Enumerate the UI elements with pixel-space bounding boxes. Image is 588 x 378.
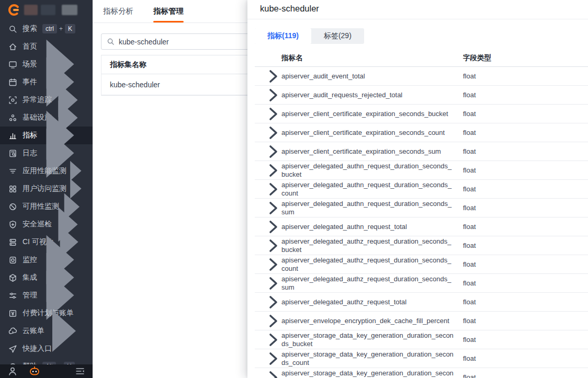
expand-chevron-icon[interactable] [265,87,281,104]
page-tab[interactable]: 指标分析 [103,0,133,22]
col-metric-name: 指标名 [281,53,463,63]
metric-name: apiserver_storage_data_key_generation_du… [281,369,463,378]
shortcut-key: K [65,24,75,33]
cloud-bill-icon [8,327,17,336]
field-type: float [463,110,588,118]
collapse-sidebar-icon[interactable] [75,366,85,376]
expand-chevron-icon[interactable] [265,350,281,367]
expand-chevron-icon[interactable] [265,331,281,348]
sidebar-nav: 搜索 ctrl + K 首页 场景 [0,20,93,375]
sidebar-item[interactable]: 管理 [0,287,93,304]
metric-name: apiserver_client_certificate_expiration_… [281,110,463,118]
sidebar-item-label: 安全巡检 [22,220,52,229]
security-icon [8,220,17,229]
table-row: apiserver_delegated_authn_request_durati… [255,199,588,217]
search-icon [8,25,17,33]
sidebar-item-label: 日志 [22,148,37,158]
page-tab[interactable]: 指标管理 [153,0,184,22]
metric-name: apiserver_storage_data_key_generation_du… [281,350,463,367]
drawer-tab[interactable]: 标签(29) [311,28,364,44]
table-row: apiserver_delegated_authz_request_total … [255,293,588,312]
field-type: float [463,317,588,325]
integration-icon [8,273,17,282]
metric-name: apiserver_delegated_authn_request_durati… [281,200,463,216]
metric-name: apiserver_delegated_authz_request_durati… [281,275,463,292]
table-row: apiserver_envelope_encryption_dek_cache_… [255,312,588,330]
metric-name: apiserver_storage_data_key_generation_du… [281,331,463,348]
expand-chevron-icon[interactable] [265,143,281,160]
metric-name: apiserver_envelope_encryption_dek_cache_… [281,317,463,325]
drawer-tabs: 指标(119) 标签(29) [255,28,364,44]
table-row: apiserver_delegated_authz_request_durati… [255,274,588,293]
shortcut-plus: + [59,25,63,32]
user-icon[interactable] [7,366,18,376]
billing-icon [8,309,17,318]
sidebar-item-label: 管理 [22,291,37,300]
metrics-table: 指标名 字段类型 apiserver_audit_event_total flo… [255,49,588,378]
logs-icon [8,149,17,158]
col-field-type: 字段类型 [463,53,588,63]
page-tab-label: 指标分析 [103,6,133,16]
metrics-icon [8,131,17,140]
shortcut-hint: ctrl + K [42,24,75,33]
ci-icon [8,238,17,247]
expand-chevron-icon[interactable] [265,124,281,141]
sidebar-item[interactable]: 云账单 [0,322,93,340]
field-type: float [463,185,588,193]
search-icon [107,38,115,45]
field-type: float [463,204,588,212]
sidebar-item-label: 场景 [22,60,37,69]
sidebar-item-label: 应用性能监测 [22,166,66,176]
expand-chevron-icon[interactable] [265,162,281,179]
metric-name: apiserver_delegated_authz_request_total [281,298,463,306]
expand-chevron-icon[interactable] [265,106,281,122]
robot-assistant-icon[interactable] [29,366,40,376]
expand-chevron-icon[interactable] [265,219,281,235]
metric-name: apiserver_audit_event_total [281,72,463,81]
infrastructure-icon [8,113,17,122]
table-row: apiserver_delegated_authz_request_durati… [255,236,588,255]
sidebar-footer [0,364,93,378]
expand-chevron-icon[interactable] [265,275,281,292]
expand-chevron-icon[interactable] [265,369,281,378]
sidebar-item-label: 首页 [22,42,37,51]
table-row: apiserver_audit_event_total float [255,67,588,86]
drawer-title: kube-scheduler [247,0,588,19]
rum-icon [8,185,17,193]
drawer-tab-label: 标签(29) [324,31,352,41]
logo-text-redacted [41,5,55,15]
metric-name: apiserver_delegated_authn_request_durati… [281,162,463,179]
shortcut-key: ctrl [42,24,57,33]
metric-name: apiserver_delegated_authn_request_durati… [281,181,463,198]
expand-chevron-icon[interactable] [265,68,281,85]
sidebar-item-label: 异常追踪 [22,95,52,105]
field-type: float [463,147,588,156]
metrics-table-header: 指标名 字段类型 [255,49,588,67]
field-type: float [463,166,588,175]
field-type: float [463,91,588,99]
sidebar-item-label: 指标 [22,131,37,140]
metric-set-name: kube-scheduler [110,81,160,89]
table-row: apiserver_delegated_authn_request_durati… [255,180,588,199]
logo-row [0,0,93,20]
metric-detail-drawer: kube-scheduler 指标(119) 标签(29) 指标名 字段类型 [247,0,588,378]
field-type: float [463,354,588,363]
expand-chevron-icon[interactable] [265,256,281,273]
sidebar-item-label: 集成 [22,273,37,282]
metric-name: apiserver_client_certificate_expiration_… [281,129,463,137]
field-type: float [463,279,588,288]
expand-chevron-icon[interactable] [265,181,281,198]
metric-name: apiserver_audit_requests_rejected_total [281,91,463,99]
expand-chevron-icon[interactable] [265,237,281,254]
expand-chevron-icon[interactable] [265,294,281,311]
drawer-tab[interactable]: 指标(119) [255,28,311,44]
table-row: apiserver_storage_data_key_generation_du… [255,349,588,368]
sidebar-item-label: 监控 [22,255,37,265]
field-type: float [463,373,588,378]
field-type: float [463,336,588,344]
metric-name: apiserver_client_certificate_expiration_… [281,147,463,156]
management-icon [8,291,17,300]
table-row: apiserver_storage_data_key_generation_du… [255,368,588,378]
expand-chevron-icon[interactable] [265,200,281,216]
expand-chevron-icon[interactable] [265,313,281,329]
